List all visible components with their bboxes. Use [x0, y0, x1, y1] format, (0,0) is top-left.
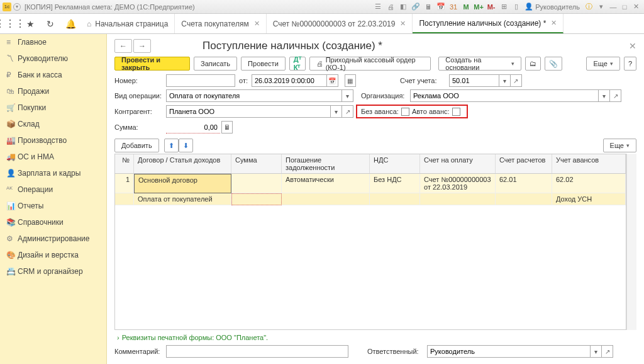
cell[interactable]: 62.01	[496, 174, 552, 193]
tab-home[interactable]: ⌂ Начальная страница	[80, 14, 175, 33]
cell[interactable]	[115, 193, 134, 205]
history-icon[interactable]: ↻	[40, 14, 60, 33]
table-row[interactable]: 1 Основной договор Автоматически Без НДС…	[115, 174, 626, 193]
info-icon[interactable]: ⓘ	[584, 2, 594, 11]
post-button[interactable]: Провести	[241, 57, 286, 71]
print-requisites-link[interactable]: › Реквизиты печатной формы: ООО "Планета…	[114, 330, 636, 344]
add-row-button[interactable]: Добавить	[114, 139, 159, 152]
post-and-close-button[interactable]: Провести и закрыть	[114, 57, 190, 71]
more-button[interactable]: Еще▾	[586, 57, 619, 71]
auto-advance-checkbox[interactable]	[452, 108, 460, 116]
col-settlement[interactable]: Счет расчетов	[496, 154, 552, 173]
close-icon[interactable]: ✕	[254, 20, 260, 28]
sum-input[interactable]	[166, 121, 220, 134]
contractor-drop[interactable]: ▾	[331, 105, 342, 118]
link-icon[interactable]: 🔗	[411, 3, 421, 11]
col-advance[interactable]: Учет авансов	[552, 154, 626, 173]
sidebar-item[interactable]: ₽Банк и касса	[0, 67, 106, 83]
help-button[interactable]: ?	[624, 57, 636, 71]
number-input[interactable]	[166, 74, 235, 87]
mplus-icon[interactable]: M+	[474, 3, 484, 11]
m-icon[interactable]: M	[461, 3, 471, 11]
close-icon[interactable]: ✕	[551, 19, 557, 27]
calendar-button[interactable]: 📅	[327, 74, 338, 87]
sum-calc-button[interactable]: 🖩	[221, 121, 233, 134]
window-icon[interactable]: ⊞	[499, 3, 509, 11]
info-drop[interactable]: ▾	[596, 3, 606, 11]
sidebar-item[interactable]: 🏭Производство	[0, 132, 106, 149]
sidebar-item[interactable]: 📊Отчеты	[0, 198, 106, 214]
close-icon[interactable]: ✕	[400, 20, 406, 28]
contractor-open[interactable]: ↗	[342, 105, 353, 118]
cell[interactable]	[231, 193, 282, 205]
operation-drop[interactable]: ▾	[342, 89, 353, 102]
tab-invoices[interactable]: Счета покупателям ✕	[175, 14, 266, 33]
maximize-button[interactable]: □	[619, 3, 630, 11]
sidebar-item[interactable]: 〽Руководителю	[0, 50, 106, 67]
col-contract[interactable]: Договор / Статья доходов	[134, 154, 231, 173]
mminus-icon[interactable]: M-	[486, 3, 496, 11]
col-repay[interactable]: Погашение задолженности	[282, 154, 370, 173]
compare-icon[interactable]: ◧	[398, 3, 408, 11]
account-input[interactable]	[449, 74, 499, 87]
calc-icon[interactable]: 🖩	[423, 3, 433, 11]
account-drop[interactable]: ▾	[499, 74, 511, 87]
sidebar-item[interactable]: 📚Справочники	[0, 214, 106, 230]
col-sum[interactable]: Сумма	[231, 154, 282, 173]
col-n[interactable]: №	[115, 154, 134, 173]
cell[interactable]: Счет №00000000003 от 22.03.2019	[420, 174, 496, 193]
cell[interactable]	[496, 193, 552, 205]
org-drop[interactable]: ▾	[599, 89, 610, 102]
sidebar-item[interactable]: 📦Склад	[0, 116, 106, 132]
attach-button[interactable]: 📎	[545, 57, 562, 71]
cell[interactable]: Оплата от покупателей	[134, 193, 231, 205]
account-open[interactable]: ↗	[511, 74, 522, 87]
sidebar-item[interactable]: 🚚ОС и НМА	[0, 149, 106, 165]
print-ko1-button[interactable]: 🖨Приходный кассовый ордер (КО-1)	[309, 57, 431, 71]
close-page-button[interactable]: ✕	[629, 41, 636, 51]
back-button[interactable]: ←	[114, 39, 132, 53]
related-button[interactable]: 🗂	[525, 57, 541, 71]
extra-button[interactable]: ▦	[345, 74, 356, 87]
move-down-button[interactable]: ⬇	[179, 139, 193, 152]
operation-input[interactable]	[166, 89, 342, 102]
scrollbar[interactable]	[626, 154, 636, 330]
toolbar-icon[interactable]: ☰	[373, 3, 383, 11]
org-open[interactable]: ↗	[610, 89, 621, 102]
responsible-open[interactable]: ↗	[602, 345, 613, 358]
date-input[interactable]	[252, 74, 327, 87]
bell-icon[interactable]: 🔔	[60, 14, 80, 33]
nav-back-icon[interactable]: ▾	[13, 3, 21, 11]
tab-invoice-3[interactable]: Счет №00000000003 от 22.03.2019 ✕	[267, 14, 413, 33]
sidebar-item[interactable]: 🛒Покупки	[0, 100, 106, 116]
sidebar-item[interactable]: ⚙Администрирование	[0, 230, 106, 247]
cell[interactable]: Автоматически	[282, 174, 370, 193]
responsible-input[interactable]	[427, 345, 591, 358]
calendar-icon[interactable]: 📅	[436, 3, 446, 11]
org-input[interactable]	[410, 89, 599, 102]
move-up-button[interactable]: ⬆	[164, 139, 179, 152]
apps-icon[interactable]: ⋮⋮⋮	[0, 14, 20, 33]
sidebar-item[interactable]: ≡Главное	[0, 34, 106, 50]
cell[interactable]: Без НДС	[370, 174, 420, 193]
sidebar-item[interactable]: ᴬᴷОперации	[0, 181, 106, 198]
minimize-button[interactable]: —	[608, 3, 619, 11]
cell[interactable]	[420, 193, 496, 205]
close-button[interactable]: ✕	[630, 3, 641, 11]
cell-selected[interactable]: Основной договор	[134, 174, 231, 193]
responsible-drop[interactable]: ▾	[591, 345, 602, 358]
comment-input[interactable]	[166, 345, 348, 358]
cell[interactable]	[231, 174, 282, 193]
sidebar-item[interactable]: 👤Зарплата и кадры	[0, 165, 106, 181]
sidebar-item[interactable]: 🛍Продажи	[0, 83, 106, 100]
table-row[interactable]: Оплата от покупателей Доход УСН	[115, 193, 626, 205]
print-icon[interactable]: 🖨	[386, 3, 396, 11]
cell[interactable]	[282, 193, 370, 205]
contractor-input[interactable]	[166, 105, 331, 118]
cell[interactable]: 62.02	[552, 174, 626, 193]
cell[interactable]: Доход УСН	[552, 193, 626, 205]
cell[interactable]	[370, 193, 420, 205]
tab-cash-receipt[interactable]: Поступление наличных (создание) * ✕	[413, 14, 564, 33]
date-icon[interactable]: 31	[448, 3, 458, 11]
dt-kt-button[interactable]: ДᵀКᵀ	[289, 57, 306, 71]
